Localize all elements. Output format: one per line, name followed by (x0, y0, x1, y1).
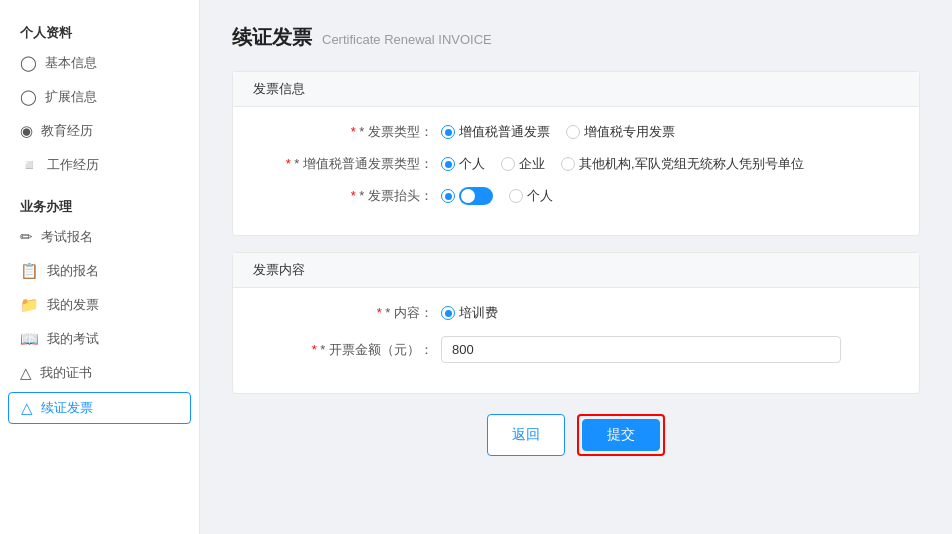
sidebar-section-personal: 个人资料 (0, 16, 199, 46)
page-subtitle: Certificate Renewal INVOICE (322, 32, 492, 47)
sidebar-section-business: 业务办理 (0, 190, 199, 220)
content-options: 培训费 (441, 304, 899, 322)
invoice-info-card: 发票信息 * * 发票类型： 增值税普通发票 增值税专用发票 (232, 71, 920, 236)
invoice-head-row: * * 发票抬头： 个人 (253, 187, 899, 205)
invoice-type-vat-normal[interactable]: 增值税普通发票 (441, 123, 550, 141)
vat-other[interactable]: 其他机构,军队党组无统称人凭别号单位 (561, 155, 804, 173)
sidebar-item-edu[interactable]: ◉ 教育经历 (0, 114, 199, 148)
sidebar-item-renewal-invoice[interactable]: △ 续证发票 (8, 392, 191, 424)
invoice-info-body: * * 发票类型： 增值税普通发票 增值税专用发票 * (233, 107, 919, 235)
radio-enterprise[interactable] (501, 157, 515, 171)
sidebar: 个人资料 ◯ 基本信息 ◯ 扩展信息 ◉ 教育经历 ◽ 工作经历 业务办理 ✏ … (0, 0, 200, 534)
book-icon: 📖 (20, 330, 39, 348)
sidebar-item-my-reg[interactable]: 📋 我的报名 (0, 254, 199, 288)
invoice-type-row: * * 发票类型： 增值税普通发票 增值税专用发票 (253, 123, 899, 141)
radio-other[interactable] (561, 157, 575, 171)
amount-row: * * 开票金额（元）： (253, 336, 899, 363)
list-icon: 📋 (20, 262, 39, 280)
vat-type-label: * * 增值税普通发票类型： (253, 155, 433, 173)
work-icon: ◽ (20, 156, 39, 174)
radio-head-personal[interactable] (509, 189, 523, 203)
back-button[interactable]: 返回 (487, 414, 565, 456)
required-star3: * (351, 188, 356, 203)
content-training[interactable]: 培训费 (441, 304, 498, 322)
required-star4: * (377, 305, 382, 320)
amount-value (441, 336, 899, 363)
invoice-content-body: * * 内容： 培训费 * * 开票金额（元）： (233, 288, 919, 393)
vat-enterprise[interactable]: 企业 (501, 155, 545, 173)
sidebar-item-my-invoice[interactable]: 📁 我的发票 (0, 288, 199, 322)
invoice-type-label: * * 发票类型： (253, 123, 433, 141)
person-icon: ◯ (20, 54, 37, 72)
edu-icon: ◉ (20, 122, 33, 140)
head-toggle[interactable] (441, 187, 493, 205)
sidebar-item-my-exam[interactable]: 📖 我的考试 (0, 322, 199, 356)
invoice-head-label: * * 发票抬头： (253, 187, 433, 205)
amount-input[interactable] (441, 336, 841, 363)
sidebar-item-my-cert[interactable]: △ 我的证书 (0, 356, 199, 390)
content-row: * * 内容： 培训费 (253, 304, 899, 322)
person2-icon: ◯ (20, 88, 37, 106)
page-title: 续证发票 (232, 24, 312, 51)
sidebar-item-extended-info[interactable]: ◯ 扩展信息 (0, 80, 199, 114)
toggle-switch[interactable] (459, 187, 493, 205)
required-star5: * (312, 342, 317, 357)
invoice-head-options: 个人 (441, 187, 899, 205)
radio-vat-normal[interactable] (441, 125, 455, 139)
pencil-icon: ✏ (20, 228, 33, 246)
required-star2: * (286, 156, 291, 171)
invoice-type-options: 增值税普通发票 增值税专用发票 (441, 123, 899, 141)
sidebar-item-work[interactable]: ◽ 工作经历 (0, 148, 199, 182)
submit-button-wrapper: 提交 (577, 414, 665, 456)
content-label: * * 内容： (253, 304, 433, 322)
page-header: 续证发票 Certificate Renewal INVOICE (232, 24, 920, 51)
main-content: 续证发票 Certificate Renewal INVOICE 发票信息 * … (200, 0, 952, 534)
invoice-content-header: 发票内容 (233, 253, 919, 288)
sidebar-item-basic-info[interactable]: ◯ 基本信息 (0, 46, 199, 80)
sidebar-item-exam-reg[interactable]: ✏ 考试报名 (0, 220, 199, 254)
vat-personal[interactable]: 个人 (441, 155, 485, 173)
vat-type-options: 个人 企业 其他机构,军队党组无统称人凭别号单位 (441, 155, 899, 173)
required-star: * (351, 124, 356, 139)
invoice-type-vat-special[interactable]: 增值税专用发票 (566, 123, 675, 141)
folder-icon: 📁 (20, 296, 39, 314)
medal-icon: △ (20, 364, 32, 382)
radio-training[interactable] (441, 306, 455, 320)
renewal-icon: △ (21, 399, 33, 417)
amount-label: * * 开票金额（元）： (253, 341, 433, 359)
action-buttons: 返回 提交 (232, 414, 920, 456)
invoice-content-card: 发票内容 * * 内容： 培训费 * * 开票金额（ (232, 252, 920, 394)
head-personal[interactable]: 个人 (509, 187, 553, 205)
radio-personal[interactable] (441, 157, 455, 171)
vat-type-row: * * 增值税普通发票类型： 个人 企业 其他机构,军队党组无统称人凭别号单位 (253, 155, 899, 173)
radio-toggle[interactable] (441, 189, 455, 203)
radio-vat-special[interactable] (566, 125, 580, 139)
submit-button[interactable]: 提交 (582, 419, 660, 451)
invoice-info-header: 发票信息 (233, 72, 919, 107)
